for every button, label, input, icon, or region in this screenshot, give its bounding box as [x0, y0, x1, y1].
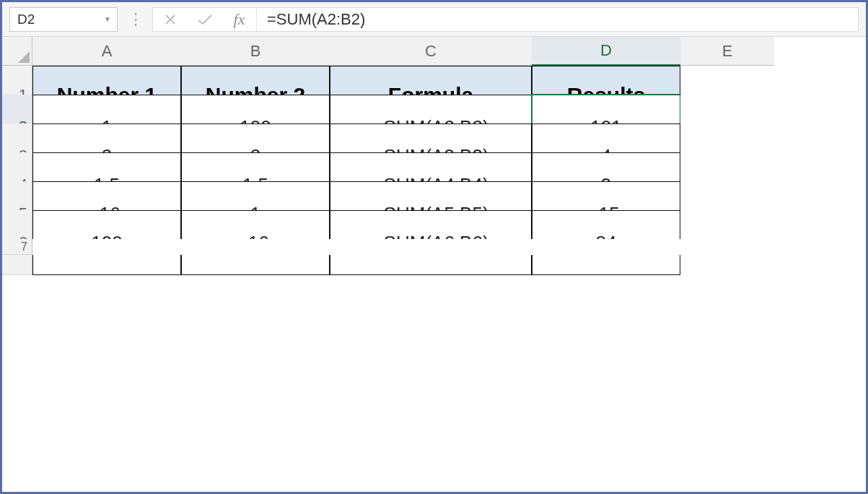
select-all-corner[interactable]: [2, 37, 32, 66]
spreadsheet-grid[interactable]: A B C D E 1 Number 1 Number 2 Formula Re…: [2, 37, 866, 268]
cancel-icon[interactable]: [153, 8, 188, 31]
cell-C7[interactable]: [330, 239, 532, 255]
name-box-value: D2: [17, 12, 35, 27]
formula-bar-group: fx: [152, 7, 859, 32]
formula-input[interactable]: [257, 8, 858, 31]
col-head-D[interactable]: D: [532, 37, 680, 66]
fx-icon[interactable]: fx: [222, 8, 257, 31]
vertical-dots-icon[interactable]: ⋮: [125, 10, 145, 29]
col-head-C[interactable]: C: [330, 37, 532, 66]
cell-B7[interactable]: [181, 239, 330, 255]
cell-D7[interactable]: [532, 239, 680, 255]
chevron-down-icon: ▼: [104, 15, 111, 23]
col-head-E[interactable]: E: [680, 37, 774, 66]
cell-E7[interactable]: [680, 239, 774, 255]
name-box[interactable]: D2 ▼: [9, 7, 118, 32]
formula-bar: D2 ▼ ⋮ fx: [2, 2, 866, 37]
row-head-7[interactable]: 7: [2, 239, 32, 255]
confirm-icon[interactable]: [188, 8, 222, 31]
col-head-A[interactable]: A: [32, 37, 181, 66]
col-head-B[interactable]: B: [181, 37, 330, 66]
cell-A7[interactable]: [32, 239, 181, 255]
